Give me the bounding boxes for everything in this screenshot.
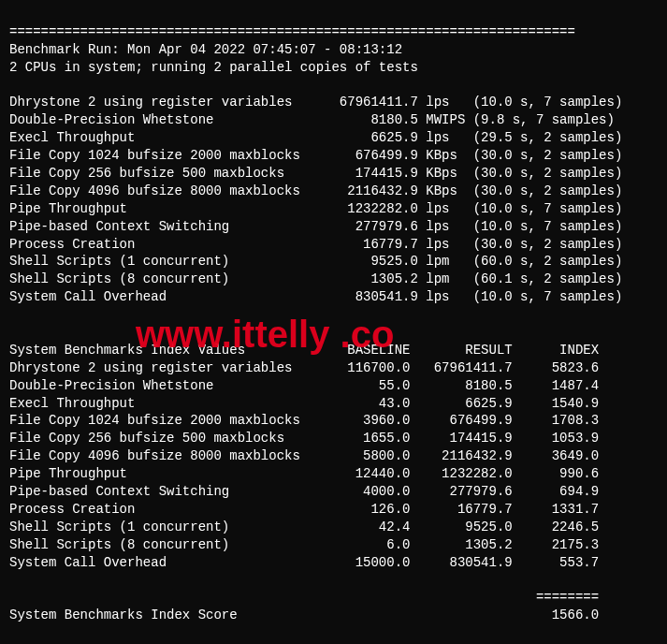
index-results-block: System Benchmarks Index Values BASELINE … [9, 324, 658, 571]
run-header-line1: Benchmark Run: Mon Apr 04 2022 07:45:07 … [9, 42, 402, 57]
hr-sep: ======== [9, 590, 599, 605]
hr-top: ========================================… [9, 24, 575, 39]
terminal-output: ========================================… [0, 0, 667, 644]
score-line: System Benchmarks Index Score 1566.0 [9, 607, 658, 624]
run-header-line2: 2 CPUs in system; running 2 parallel cop… [9, 60, 418, 75]
raw-results-block: Dhrystone 2 using register variables 679… [9, 94, 658, 306]
